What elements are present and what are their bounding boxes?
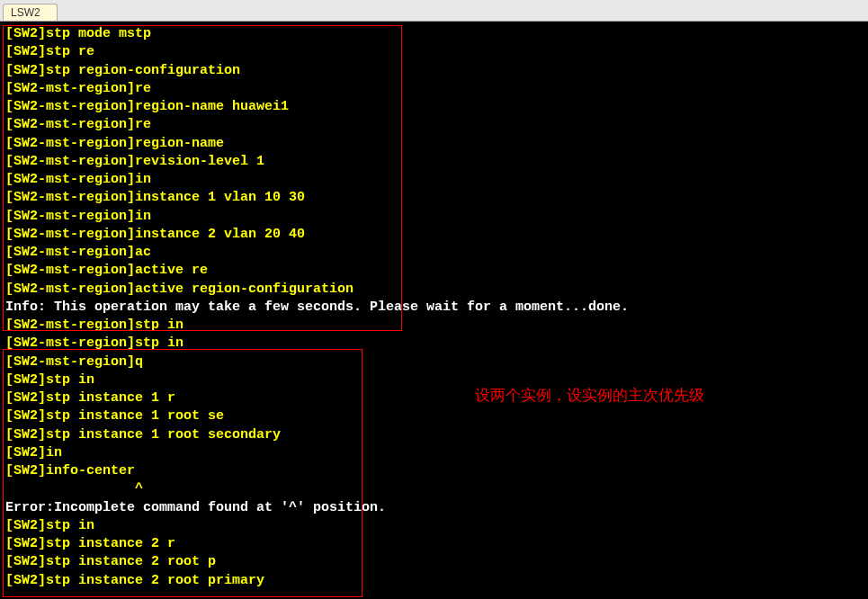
terminal-line: [SW2-mst-region]re (5, 116, 863, 134)
terminal-line: [SW2]in (5, 444, 863, 462)
terminal-line: [SW2]stp mode mstp (5, 25, 863, 43)
terminal-line: [SW2-mst-region]q (5, 353, 863, 371)
tab-bar: LSW2 (0, 0, 868, 22)
terminal-line: [SW2-mst-region]revision-level 1 (5, 153, 863, 171)
annotation-note: 设两个实例，设实例的主次优先级 (475, 386, 704, 407)
terminal-line: Error:Incomplete command found at '^' po… (5, 499, 863, 517)
terminal-line: [SW2]stp instance 1 root se (5, 407, 863, 425)
terminal-line: [SW2]stp instance 2 root primary (5, 572, 863, 590)
terminal-line: ^ (5, 480, 863, 498)
terminal-panel[interactable]: [SW2]stp mode mstp[SW2]stp re[SW2]stp re… (0, 22, 868, 599)
terminal-line: [SW2-mst-region]instance 1 vlan 10 30 (5, 189, 863, 207)
terminal-line: [SW2]stp instance 2 root p (5, 553, 863, 571)
terminal-line: Info: This operation may take a few seco… (5, 299, 863, 317)
terminal-line: [SW2-mst-region]instance 2 vlan 20 40 (5, 226, 863, 244)
terminal-line: [SW2]stp instance 2 r (5, 535, 863, 553)
tab-lsw2[interactable]: LSW2 (3, 4, 58, 21)
tab-label: LSW2 (11, 6, 40, 19)
terminal-line: [SW2-mst-region]region-name huawei1 (5, 98, 863, 116)
terminal-line: [SW2-mst-region]in (5, 208, 863, 226)
terminal-line: [SW2]stp instance 1 root secondary (5, 426, 863, 444)
terminal-line: [SW2]stp in (5, 371, 863, 389)
terminal-line: [SW2-mst-region]stp in (5, 317, 863, 335)
terminal-line: [SW2]stp re (5, 43, 863, 61)
terminal-line: [SW2-mst-region]active re (5, 262, 863, 280)
terminal-line: [SW2]stp region-configuration (5, 62, 863, 80)
terminal-line: [SW2-mst-region]region-name (5, 135, 863, 153)
terminal-line: [SW2-mst-region]in (5, 171, 863, 189)
terminal-line: [SW2-mst-region]ac (5, 244, 863, 262)
terminal-line: [SW2-mst-region]stp in (5, 335, 863, 353)
terminal-line: [SW2]stp in (5, 517, 863, 535)
terminal-line: [SW2]info-center (5, 462, 863, 480)
terminal-line: [SW2-mst-region]active region-configurat… (5, 281, 863, 299)
terminal-line: [SW2]stp instance 1 r (5, 389, 863, 407)
terminal-line: [SW2-mst-region]re (5, 80, 863, 98)
